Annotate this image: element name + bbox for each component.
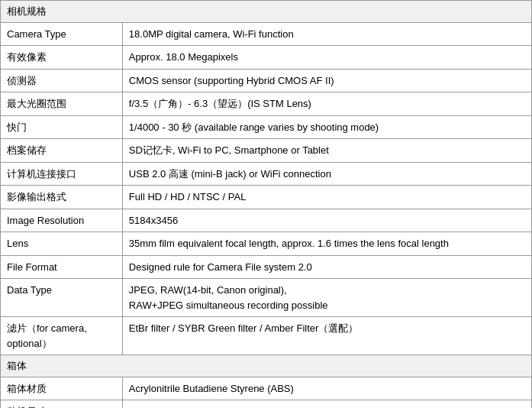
table-row: 影像输出格式Full HD / HD / NTSC / PAL [1,186,532,209]
row-value: Acrylonitrile Butadiene Styrene (ABS) [122,377,531,400]
table-row: Camera Type18.0MP digital camera, Wi-Fi … [1,22,532,46]
row-label: 整机尺寸（W x D x H） [1,400,123,409]
table-row: 计算机连接接口USB 2.0 高速 (mini-B jack) or WiFi … [1,162,532,186]
row-value: Approx. 18.0 Megapixels [122,46,531,70]
row-label: File Format [1,255,123,279]
table-row: File FormatDesigned rule for Camera File… [1,255,532,279]
row-value: USB 2.0 高速 (mini-B jack) or WiFi connect… [122,162,531,186]
row-value: JPEG, RAW(14-bit, Canon original),RAW+JP… [122,279,531,317]
row-value: EtBr filter / SYBR Green filter / Amber … [122,317,531,355]
row-value: 1/4000 - 30 秒 (available range varies by… [122,115,531,139]
row-label: Camera Type [1,22,123,46]
row-label: 侦测器 [1,69,123,92]
table-row: 滤片（for camera, optional）EtBr filter / SY… [1,317,532,355]
row-label: Lens [1,232,123,256]
table-row: 侦测器CMOS sensor (supporting Hybrid CMOS A… [1,69,532,92]
row-value: SD记忆卡, Wi-Fi to PC, Smartphone or Tablet [122,139,531,163]
row-label: Image Resolution [1,209,123,232]
row-value: CMOS sensor (supporting Hybrid CMOS AF I… [122,69,531,92]
row-value: 5184x3456 [122,209,531,232]
section-header-row: 相机规格 [1,1,532,23]
table-row: Lens35mm film equivalent focal length, a… [1,232,532,256]
table-row: 最大光圈范围f/3.5（广角）- 6.3（望远）(IS STM Lens) [1,92,532,116]
spec-table: 相机规格Camera Type18.0MP digital camera, Wi… [0,0,532,408]
row-value: 35mm film equivalent focal length, appro… [122,232,531,256]
table-row: 快门1/4000 - 30 秒 (available range varies … [1,115,532,139]
section-header-cell: 箱体 [1,355,532,377]
row-label: 最大光圈范围 [1,92,123,116]
row-label: 滤片（for camera, optional） [1,317,123,355]
row-value: 18.0MP digital camera, Wi-Fi function [122,22,531,46]
row-value: Designed rule for Camera File system 2.0 [122,255,531,279]
row-label: 有效像素 [1,46,123,70]
row-value: Full HD / HD / NTSC / PAL [122,186,531,209]
section-header-cell: 相机规格 [1,1,532,23]
table-row: 箱体材质Acrylonitrile Butadiene Styrene (ABS… [1,377,532,400]
row-label: 计算机连接接口 [1,162,123,186]
table-row: 整机尺寸（W x D x H）9.29"x12.48"x16.54" (236x… [1,400,532,409]
row-label: 箱体材质 [1,377,123,400]
table-row: 有效像素Approx. 18.0 Megapixels [1,46,532,70]
row-value: 9.29"x12.48"x16.54" (236x317x420mm) [122,400,531,409]
row-label: Data Type [1,279,123,317]
row-label: 影像输出格式 [1,186,123,209]
table-row: 档案储存SD记忆卡, Wi-Fi to PC, Smartphone or Ta… [1,139,532,163]
row-value: f/3.5（广角）- 6.3（望远）(IS STM Lens) [122,92,531,116]
table-row: Image Resolution5184x3456 [1,209,532,232]
row-label: 快门 [1,115,123,139]
table-row: Data TypeJPEG, RAW(14-bit, Canon origina… [1,279,532,317]
row-label: 档案储存 [1,139,123,163]
section-header-row: 箱体 [1,355,532,377]
